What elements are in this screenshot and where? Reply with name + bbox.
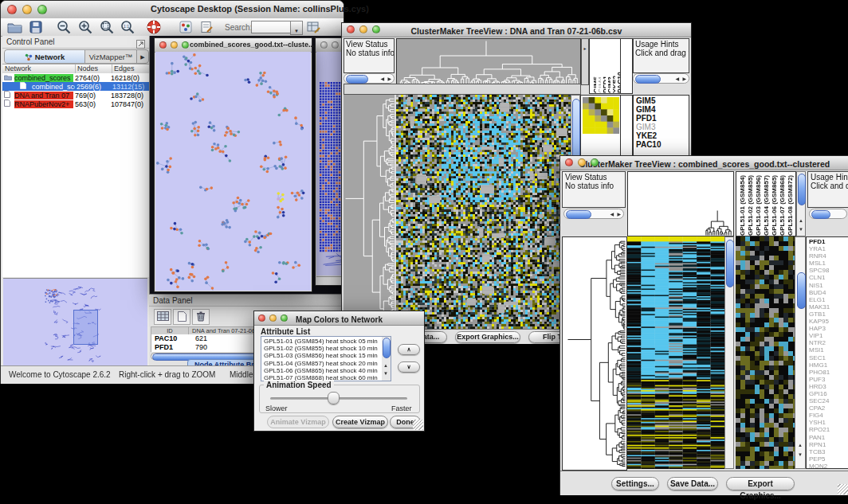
- attribute-item[interactable]: GPL51-04 (GSM857) heat shock 20 min: [261, 360, 391, 367]
- treeview2-row-dendrogram[interactable]: [562, 236, 627, 471]
- close-button[interactable]: [7, 5, 17, 14]
- treeview1-arrow-strip[interactable]: ▸: [581, 38, 589, 85]
- minimize-button[interactable]: [171, 41, 178, 49]
- scroll-up-icon[interactable]: ▲: [799, 218, 803, 223]
- treeview2-gene-list[interactable]: PFD1YRA1RNR4MSL1SPC98CLN1NIS1BUD4ELG1MAK…: [806, 236, 848, 469]
- attribute-list-scrollbar[interactable]: ▲ ▼: [382, 337, 391, 381]
- network-overview[interactable]: [3, 278, 147, 365]
- tab-overflow-button[interactable]: ▶: [136, 50, 148, 63]
- gene-label[interactable]: RPO21: [807, 426, 848, 433]
- scroll-left-icon[interactable]: ◀: [380, 76, 384, 81]
- gene-label[interactable]: GTB1: [807, 311, 848, 318]
- scroll-right-icon[interactable]: ▶: [617, 212, 621, 217]
- gene-label[interactable]: NIS1: [807, 282, 848, 289]
- network-row-combined-sco-selected[interactable]: combined_sco 2569(6) 13112(15): [2, 82, 149, 91]
- treeview2-titlebar[interactable]: ClusterMaker TreeView : combined_scores_…: [560, 156, 848, 170]
- gene-label[interactable]: RPN1: [807, 441, 848, 448]
- treeview2-status-scrollbar[interactable]: ◀ ▶: [563, 209, 624, 219]
- main-titlebar[interactable]: Cytoscape Desktop (Session Name: collins…: [1, 1, 344, 19]
- gene-label[interactable]: PEP5: [807, 455, 848, 463]
- overview-viewport-rect[interactable]: [73, 310, 98, 345]
- gene-label[interactable]: PAC10: [634, 140, 689, 149]
- gene-label[interactable]: YSH1: [807, 419, 848, 426]
- minimize-button[interactable]: [22, 5, 32, 14]
- treeview2-labels-vscrollbar[interactable]: ▲ ▼: [796, 171, 806, 236]
- scroll-thumb[interactable]: [566, 210, 591, 219]
- move-up-button[interactable]: ∧: [398, 344, 420, 355]
- help-lifering-icon[interactable]: [147, 20, 161, 37]
- export-graphics-button[interactable]: Export Graphics...: [726, 477, 795, 490]
- vscroll-thumb[interactable]: [726, 240, 734, 287]
- zoom-button[interactable]: [281, 315, 288, 322]
- gene-label[interactable]: CLN1: [807, 274, 848, 281]
- tab-vizmapper[interactable]: VizMapper™: [85, 50, 136, 63]
- attribute-select-icon[interactable]: [154, 309, 171, 325]
- gene-label[interactable]: MON2: [807, 463, 848, 469]
- gene-label[interactable]: YRA1: [807, 245, 848, 252]
- treeview2-genelist-scrollbar[interactable]: ▲ ▼: [795, 236, 806, 469]
- gene-label[interactable]: VIP1: [807, 332, 848, 339]
- export-graphics-button[interactable]: Export Graphics...: [455, 331, 520, 343]
- scroll-left-icon[interactable]: ◀: [675, 76, 679, 81]
- treeview1-row-dendrogram[interactable]: [344, 95, 395, 329]
- close-button[interactable]: [565, 158, 573, 166]
- scroll-down-icon[interactable]: ▼: [383, 371, 388, 376]
- gene-label[interactable]: GIM3: [634, 123, 689, 131]
- gene-label[interactable]: MAK31: [807, 303, 848, 311]
- slider-thumb[interactable]: [328, 392, 340, 404]
- gene-label[interactable]: GPI16: [807, 390, 848, 397]
- treeview1-heatmap[interactable]: [396, 95, 571, 329]
- treeview2-heatmap[interactable]: [627, 236, 724, 469]
- table-edit-icon[interactable]: [307, 21, 320, 37]
- attribute-item[interactable]: GPL51-03 (GSM856) heat shock 15 min: [261, 352, 391, 359]
- zoom-button[interactable]: [591, 158, 599, 166]
- search-dropdown-button[interactable]: ▼: [290, 21, 303, 35]
- resize-grip[interactable]: [838, 484, 848, 494]
- treeview1-top-dendrogram[interactable]: [396, 38, 581, 85]
- dialog-titlebar[interactable]: Map Colors to Network: [254, 311, 424, 326]
- gene-label[interactable]: MSL1: [807, 260, 848, 267]
- gene-label[interactable]: RNR4: [807, 252, 848, 260]
- close-button[interactable]: [320, 41, 328, 49]
- annotation-icon[interactable]: [200, 21, 213, 37]
- attribute-item[interactable]: GPL51-02 (GSM855) heat shock 10 min: [261, 345, 391, 352]
- gene-label[interactable]: BUD4: [807, 289, 848, 296]
- attribute-item[interactable]: GPL51-06 (GSM865) heat shock 40 min: [261, 367, 391, 374]
- scroll-thumb[interactable]: [635, 75, 661, 84]
- gene-label[interactable]: PFD1: [807, 238, 848, 245]
- zoom-button[interactable]: [37, 5, 47, 14]
- attribute-item[interactable]: GPL51-01 (GSM854) heat shock 05 min: [261, 338, 391, 345]
- gene-label[interactable]: NTR2: [807, 339, 848, 346]
- gene-label[interactable]: KAP95: [807, 318, 848, 325]
- scroll-down-icon[interactable]: ▼: [798, 452, 803, 457]
- gene-label[interactable]: MSI1: [807, 346, 848, 354]
- minimize-button[interactable]: [332, 41, 339, 49]
- animate-vizmap-button[interactable]: Animate Vizmap: [267, 416, 329, 428]
- open-file-icon[interactable]: [7, 21, 22, 37]
- resize-grip[interactable]: [413, 420, 423, 430]
- close-button[interactable]: [347, 25, 355, 33]
- new-attribute-icon[interactable]: [173, 309, 190, 325]
- minimize-button[interactable]: [359, 25, 367, 33]
- move-down-button[interactable]: ∨: [398, 361, 420, 373]
- gene-label[interactable]: PHO81: [807, 369, 848, 376]
- network-row-dna-and-tran[interactable]: DNA and Tran 07 769(0) 183728(0): [2, 91, 149, 100]
- save-icon[interactable]: [29, 21, 42, 37]
- scroll-right-icon[interactable]: ▶: [387, 76, 391, 81]
- scroll-up-icon[interactable]: ▲: [798, 443, 803, 447]
- gene-label[interactable]: YKE2: [634, 131, 689, 140]
- network-row-combined-scores[interactable]: combined_scores 2764(0) 16218(0): [2, 73, 149, 82]
- scroll-down-icon[interactable]: ▼: [799, 227, 803, 232]
- gene-label[interactable]: PAN1: [807, 434, 848, 441]
- close-button[interactable]: [258, 315, 265, 322]
- scroll-thumb[interactable]: [346, 75, 368, 84]
- zoom-button[interactable]: [182, 41, 189, 49]
- gene-label[interactable]: GIM5: [634, 96, 689, 105]
- vizmapper-icon[interactable]: [179, 21, 192, 37]
- tab-network[interactable]: Network: [5, 50, 85, 63]
- treeview2-zoom-heatmap[interactable]: [736, 236, 795, 469]
- scroll-left-icon[interactable]: ◀: [610, 212, 614, 217]
- gene-label[interactable]: ELG1: [807, 296, 848, 303]
- gene-label[interactable]: GIM4: [634, 105, 689, 114]
- scroll-right-icon[interactable]: ▶: [682, 76, 686, 81]
